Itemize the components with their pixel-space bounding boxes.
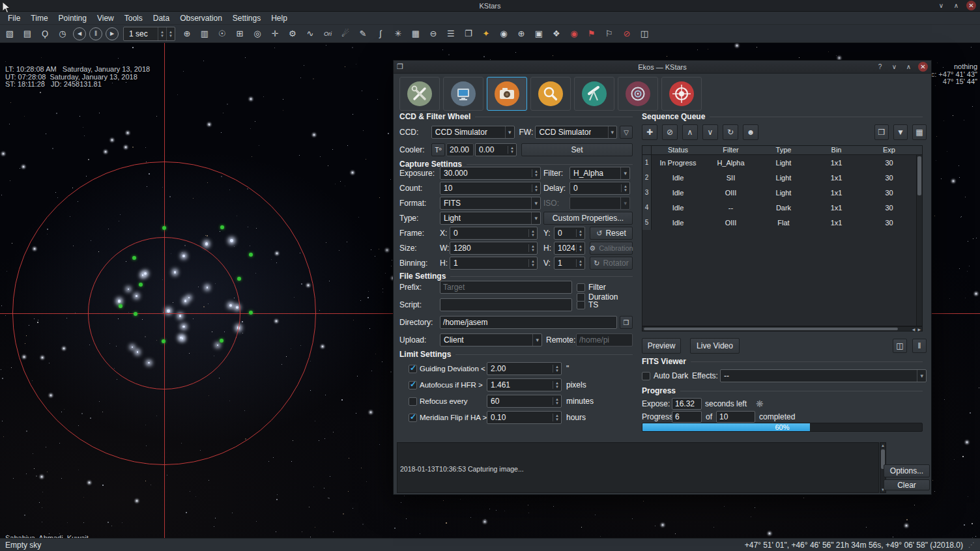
- sky-marker-dot[interactable]: [162, 339, 166, 343]
- tab-mount[interactable]: [574, 77, 614, 111]
- download-data-icon[interactable]: ▧: [3, 27, 17, 41]
- maximize-icon[interactable]: ∧: [951, 1, 961, 10]
- exposure-spinbox[interactable]: 30.000: [440, 167, 541, 180]
- scroll-left-icon[interactable]: ◀: [911, 327, 917, 332]
- limit-value-spinbox[interactable]: 0.10: [487, 411, 562, 424]
- color-scheme-icon[interactable]: ❖: [549, 27, 564, 41]
- set-temperature-button[interactable]: Set: [521, 143, 633, 156]
- resize-grip-icon[interactable]: ⋰: [968, 541, 975, 548]
- frame-y-spinbox[interactable]: 0: [554, 227, 585, 240]
- sky-marker-dot[interactable]: [220, 225, 224, 229]
- sky-marker-dot[interactable]: [132, 256, 136, 260]
- count-spinbox[interactable]: 10: [440, 182, 541, 195]
- reset-queue-icon[interactable]: ↻: [723, 124, 738, 140]
- scrollbar-thumb[interactable]: [917, 156, 921, 195]
- directory-input[interactable]: [440, 316, 617, 329]
- sky-marker-dot[interactable]: [162, 226, 166, 230]
- add-job-icon[interactable]: ✚: [642, 124, 657, 140]
- time-pause-icon[interactable]: ‖: [89, 27, 102, 40]
- filter-wheel-select[interactable]: CCD Simulator: [535, 126, 617, 139]
- sky-marker-dot[interactable]: [237, 277, 241, 281]
- spin-arrows-icon[interactable]: [553, 414, 561, 421]
- live-video-button[interactable]: Live Video: [690, 338, 740, 354]
- gears-icon[interactable]: ⚙: [285, 27, 300, 41]
- pause-queue-icon[interactable]: ‖: [912, 339, 927, 353]
- shade-icon[interactable]: ∨: [936, 1, 946, 10]
- menubar-item[interactable]: Pointing: [53, 12, 92, 24]
- spin-arrows-icon[interactable]: [508, 146, 516, 154]
- sequence-row[interactable]: 5 Idle OIII Flat 1x1 30: [642, 215, 922, 230]
- format-select[interactable]: FITS: [440, 197, 541, 210]
- draw-icon[interactable]: ✎: [356, 27, 370, 41]
- spin-arrows-icon[interactable]: [532, 184, 540, 192]
- limit-value-spinbox[interactable]: 1.461: [487, 378, 562, 391]
- delay-spinbox[interactable]: 0: [569, 182, 630, 195]
- bin-h-spinbox[interactable]: 1: [450, 257, 538, 270]
- limit-checkbox[interactable]: [409, 397, 417, 406]
- planetarium-icon[interactable]: ◎: [250, 27, 265, 41]
- size-h-spinbox[interactable]: 1024: [554, 242, 585, 255]
- tab-setup[interactable]: [399, 77, 440, 111]
- highlight-icon[interactable]: ✦: [479, 27, 493, 41]
- menubar-item[interactable]: Observation: [175, 12, 227, 24]
- lock-icon[interactable]: ▣: [532, 27, 546, 41]
- open-fits-icon[interactable]: ▤: [20, 27, 35, 41]
- stop-icon[interactable]: ⊘: [620, 27, 634, 41]
- column-header-type[interactable]: Type: [757, 146, 810, 154]
- column-header-bin[interactable]: Bin: [810, 146, 863, 154]
- focus-target-icon[interactable]: ⊕: [180, 27, 194, 41]
- sequence-row[interactable]: 2 Idle SII Light 1x1 30: [642, 170, 922, 185]
- sky-marker-dot[interactable]: [119, 304, 122, 308]
- clear-log-button[interactable]: Clear: [884, 479, 930, 490]
- stars-toggle-icon[interactable]: ✛: [268, 27, 282, 41]
- sky-marker-dot[interactable]: [249, 311, 253, 315]
- spin-arrows-icon[interactable]: [528, 244, 537, 252]
- time-step-back-icon[interactable]: ◀: [73, 27, 86, 40]
- timestep-spin-arrows-icon[interactable]: [158, 27, 166, 40]
- filter-funnel-icon[interactable]: ▽: [620, 126, 633, 139]
- sky-marker-dot[interactable]: [139, 283, 143, 287]
- menubar-item[interactable]: Help: [266, 12, 293, 24]
- move-job-up-icon[interactable]: ∧: [682, 124, 698, 140]
- crosshair-icon[interactable]: ⊕: [514, 27, 528, 41]
- save-as-sequence-icon[interactable]: ▦: [912, 124, 927, 140]
- set-time-icon[interactable]: ◷: [55, 27, 70, 41]
- temperature-setpoint-spinbox[interactable]: 0.00: [475, 143, 517, 156]
- scrollbar-thumb[interactable]: [644, 328, 898, 330]
- spin-arrows-icon[interactable]: [576, 229, 584, 237]
- sequence-row[interactable]: 1 In Progress H_Alpha Light 1x1 30: [642, 155, 922, 170]
- save-sequence-icon[interactable]: ▼: [893, 124, 908, 140]
- column-header-filter[interactable]: Filter: [704, 146, 757, 154]
- device-manager-icon[interactable]: ⊞: [233, 27, 247, 41]
- ekos-log[interactable]: 2018-01-13T10:36:53 Capturing image... 2…: [397, 442, 879, 493]
- column-header-exp[interactable]: Exp: [863, 146, 915, 154]
- maximize-icon[interactable]: ∧: [904, 62, 914, 72]
- coordinate-grid-icon[interactable]: ▦: [409, 27, 423, 41]
- frame-type-select[interactable]: Light: [440, 212, 541, 225]
- comet-icon[interactable]: ☄: [338, 27, 353, 41]
- tab-guide[interactable]: [618, 77, 658, 111]
- whats-interesting-icon[interactable]: ◫: [637, 27, 652, 41]
- shade-icon[interactable]: ∨: [889, 62, 899, 72]
- prefix-input[interactable]: [440, 281, 572, 294]
- options-button[interactable]: Options...: [884, 464, 930, 477]
- spin-arrows-icon[interactable]: [621, 184, 629, 192]
- script-input[interactable]: [440, 298, 572, 311]
- limit-value-spinbox[interactable]: 2.00: [487, 362, 562, 375]
- sequence-row[interactable]: 4 Idle -- Dark 1x1 30: [642, 200, 922, 215]
- time-step-forward-icon[interactable]: ▶: [106, 27, 119, 40]
- list-icon[interactable]: ☰: [444, 27, 458, 41]
- remove-job-icon[interactable]: ⊘: [662, 124, 678, 140]
- filter-suffix-checkbox[interactable]: [577, 283, 585, 292]
- menubar-item[interactable]: Time: [25, 12, 53, 24]
- open-sequence-icon[interactable]: ❒: [874, 124, 889, 140]
- sequence-table[interactable]: Status Filter Type Bin Exp 1 In Progress…: [642, 145, 923, 326]
- sequence-row[interactable]: 3 Idle OIII Light 1x1 30: [642, 185, 922, 200]
- custom-properties-button[interactable]: Custom Properties...: [543, 212, 633, 225]
- reset-frame-button[interactable]: ↺Reset: [590, 227, 633, 240]
- fits-display-icon[interactable]: ◫: [893, 339, 907, 353]
- flag-icon[interactable]: ⚐: [602, 27, 616, 41]
- tab-devices[interactable]: [443, 77, 483, 111]
- spin-arrows-icon[interactable]: [576, 259, 584, 267]
- help-icon[interactable]: ?: [875, 62, 885, 72]
